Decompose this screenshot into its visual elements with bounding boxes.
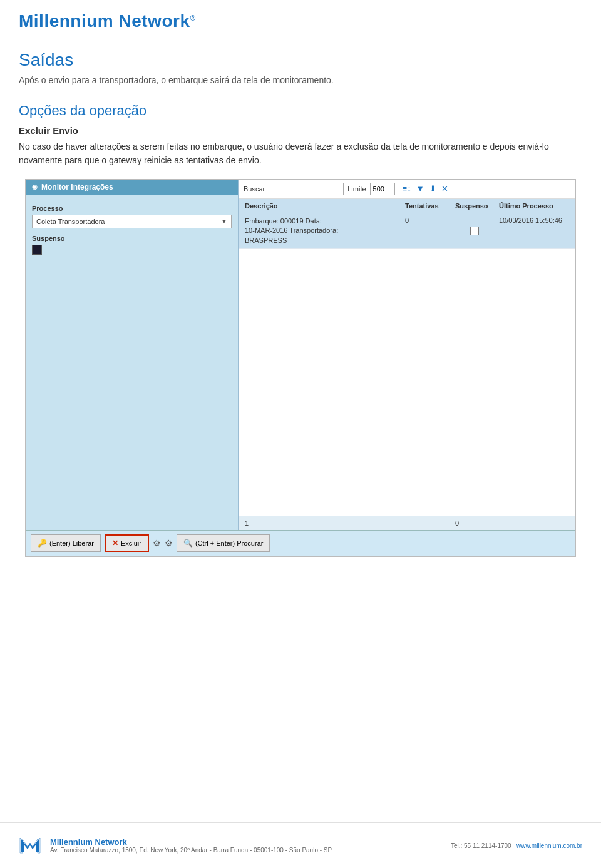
excluir-x-icon: ✕ (112, 539, 118, 548)
footer-count: 1 (242, 518, 403, 528)
page-content: Saídas Após o envio para a transportador… (0, 38, 601, 576)
footer-address: Av. Francisco Matarazzo, 1500, Ed. New Y… (50, 847, 332, 854)
export-icon[interactable]: ⬇ (428, 183, 438, 194)
table-footer: 1 0 (239, 516, 575, 530)
buscar-label: Buscar (244, 185, 265, 193)
footer-website[interactable]: www.millennium.com.br (516, 842, 582, 849)
excluir-button[interactable]: ✕ Excluir (105, 534, 149, 552)
right-panel-toolbar: Buscar Limite ≡↕ ▼ ⬇ ✕ (239, 180, 575, 199)
footer-tel-label: Tel.: (451, 842, 462, 849)
separator-2: ⚙ (165, 538, 173, 548)
dots-icon-2: ⚙ (165, 538, 173, 548)
clear-icon[interactable]: ✕ (440, 183, 449, 194)
window-icon: ◉ (32, 183, 38, 190)
footer-logo (19, 834, 41, 857)
page-footer: Millennium Network Av. Francisco Mataraz… (0, 822, 601, 868)
separator-1: ⚙ (153, 538, 161, 548)
footer-right: Tel.: 55 11 2114-1700 www.millennium.com… (451, 842, 582, 849)
left-panel-title: ◉ Monitor Integrações (26, 180, 238, 195)
left-panel: ◉ Monitor Integrações Processo Coleta Tr… (26, 180, 239, 530)
footer-suspenso-total: 0 (453, 518, 496, 528)
site-title: Millennium Network® (19, 11, 582, 31)
section-title: Saídas (19, 50, 582, 70)
footer-tentativas-total (403, 518, 453, 528)
table-header: Descrição Tentativas Suspenso Último Pro… (239, 199, 575, 213)
excluir-envio-title: Excluir Envio (19, 125, 582, 136)
section-subtitle: Após o envio para a transportadora, o em… (19, 75, 582, 85)
body-text: No caso de haver alterações a serem feit… (19, 140, 582, 168)
monitor-window: ◉ Monitor Integrações Processo Coleta Tr… (26, 180, 575, 530)
col-header-tentativas: Tentativas (403, 201, 453, 211)
limite-label: Limite (347, 185, 366, 193)
page-header: Millennium Network® (0, 0, 601, 38)
footer-company-name: Millennium Network (50, 837, 332, 847)
bottom-toolbar: 🔑 (Enter) Liberar ✕ Excluir ⚙ ⚙ 🔍 (Ctrl … (26, 530, 575, 556)
footer-divider (347, 833, 347, 858)
table-body: Embarque: 000019 Data:10-MAR-2016 Transp… (239, 213, 575, 516)
liberar-label: (Enter) Liberar (49, 539, 94, 547)
procurar-icon: 🔍 (183, 539, 193, 548)
liberar-button[interactable]: 🔑 (Enter) Liberar (31, 534, 101, 552)
suspenso-label: Suspenso (32, 235, 232, 242)
cell-suspenso (453, 215, 496, 247)
suspenso-checkbox[interactable] (32, 245, 42, 255)
filter-icon[interactable]: ▼ (415, 183, 426, 194)
footer-tel-value: 55 11 2114-1700 (464, 842, 511, 849)
site-title-text: Millennium Network (19, 11, 190, 31)
cell-descricao: Embarque: 000019 Data:10-MAR-2016 Transp… (242, 215, 403, 247)
process-select-value: Coleta Transportadora (36, 218, 105, 225)
footer-ultimo-total (496, 518, 572, 528)
process-select[interactable]: Coleta Transportadora ▼ (32, 215, 232, 228)
col-header-ultimo-processo: Último Processo (496, 201, 572, 211)
right-panel: Buscar Limite ≡↕ ▼ ⬇ ✕ Descrição Tentati… (239, 180, 575, 530)
excluir-label: Excluir (121, 539, 141, 547)
trademark: ® (190, 14, 195, 23)
dropdown-arrow-icon: ▼ (221, 218, 227, 225)
limite-input[interactable] (370, 183, 395, 195)
subsection-title: Opções da operação (19, 103, 582, 119)
suspenso-check-box[interactable] (470, 227, 479, 235)
col-header-suspenso: Suspenso (453, 201, 496, 211)
liberar-icon: 🔑 (38, 539, 47, 548)
cell-ultimo-processo: 10/03/2016 15:50:46 (496, 215, 572, 247)
cell-tentativas: 0 (403, 215, 453, 247)
procurar-button[interactable]: 🔍 (Ctrl + Enter) Procurar (177, 534, 270, 552)
procurar-label: (Ctrl + Enter) Procurar (195, 539, 264, 547)
toolbar-icons: ≡↕ ▼ ⬇ ✕ (401, 183, 449, 194)
screenshot-container: ◉ Monitor Integrações Processo Coleta Tr… (25, 179, 576, 557)
dots-icon-1: ⚙ (153, 538, 161, 548)
monitor-title-text: Monitor Integrações (41, 183, 113, 191)
process-label: Processo (32, 205, 232, 212)
left-panel-body: Processo Coleta Transportadora ▼ Suspens… (26, 195, 238, 262)
footer-text-block: Millennium Network Av. Francisco Mataraz… (50, 837, 332, 854)
table-row[interactable]: Embarque: 000019 Data:10-MAR-2016 Transp… (239, 213, 575, 249)
col-header-descricao: Descrição (242, 201, 403, 211)
buscar-input[interactable] (269, 183, 344, 195)
sort-icon[interactable]: ≡↕ (401, 183, 413, 194)
